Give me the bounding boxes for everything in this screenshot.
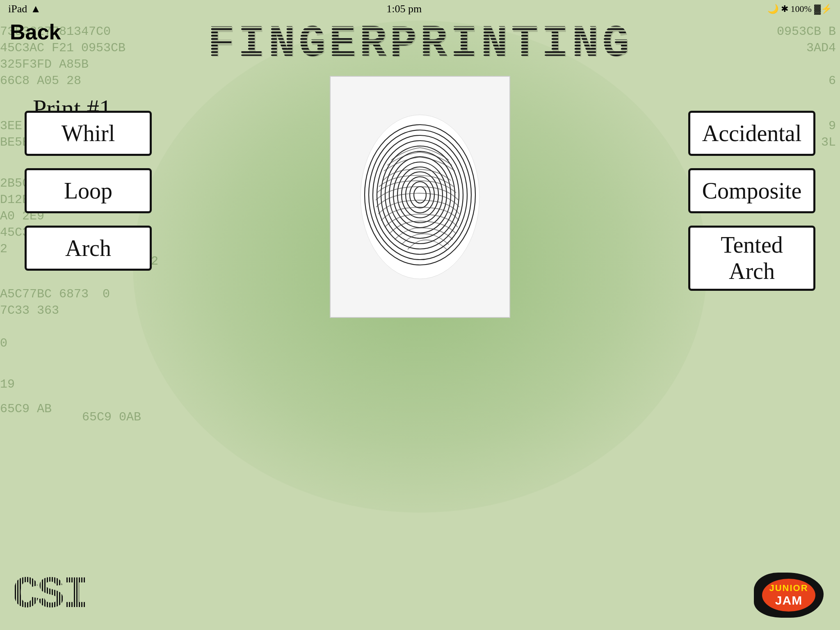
splat-shape: JUNIOR JAM — [754, 573, 824, 618]
hex-bg-r2: 3AD4 — [806, 41, 836, 55]
junior-text: JUNIOR — [769, 583, 808, 593]
arch-button[interactable]: Arch — [25, 226, 152, 271]
left-answer-buttons: Whirl Loop Arch — [25, 111, 152, 271]
hex-bg-12: A5C77BC 6873 — [0, 287, 89, 301]
hex-bg-16: 65C9 AB — [0, 402, 52, 416]
fingerprint-card — [330, 76, 510, 318]
status-bar: iPad ▲ 1:05 pm 🌙 ✱ 100% ▓⚡ — [0, 0, 840, 18]
jam-text: JAM — [775, 593, 802, 607]
moon-icon: 🌙 — [767, 4, 778, 14]
loop-button[interactable]: Loop — [25, 168, 152, 213]
composite-button[interactable]: Composite — [688, 168, 815, 213]
page-title: FINGERPRINTING — [208, 18, 632, 69]
hex-bg-r5: 3L — [821, 135, 836, 149]
right-answer-buttons: Accidental Composite TentedArch — [688, 111, 815, 291]
hex-bg-b3: 65C9 0AB — [82, 410, 141, 424]
splat-inner: JUNIOR JAM — [762, 579, 815, 612]
status-battery: 🌙 ✱ 100% ▓⚡ — [767, 4, 832, 14]
hex-bg-13: 7C33 363 — [0, 304, 59, 317]
wifi-icon: ▲ — [30, 3, 41, 15]
tented-arch-button[interactable]: TentedArch — [688, 226, 815, 291]
junior-jam-logo: JUNIOR JAM — [754, 573, 828, 622]
battery-percentage: 100% — [791, 4, 812, 14]
accidental-button[interactable]: Accidental — [688, 111, 815, 156]
hex-bg-b2: 0 — [103, 287, 110, 301]
csi-text: CSI — [12, 573, 87, 618]
ipad-label: iPad — [8, 3, 27, 15]
hex-bg-3: 325F3FD A85B — [0, 57, 89, 71]
battery-icon: ▓⚡ — [814, 4, 832, 14]
hex-bg-r3: 6 — [829, 74, 836, 88]
hex-bg-r1: 0953CB B — [777, 25, 836, 39]
back-button[interactable]: Back — [10, 20, 61, 44]
status-time: 1:05 pm — [386, 3, 422, 15]
hex-bg-15: 19 — [0, 377, 15, 391]
hex-bg-r4: 9 — [829, 119, 836, 133]
whirl-button[interactable]: Whirl — [25, 111, 152, 156]
hex-bg-4: 66C8 A05 28 — [0, 74, 81, 88]
hex-bg-11: 2 — [0, 242, 7, 256]
fingerprint-image — [350, 98, 490, 295]
bluetooth-icon: ✱ — [781, 4, 788, 14]
csi-logo: CSI — [12, 573, 87, 618]
hex-bg-14: 0 — [0, 336, 7, 350]
status-carrier: iPad ▲ — [8, 3, 41, 15]
